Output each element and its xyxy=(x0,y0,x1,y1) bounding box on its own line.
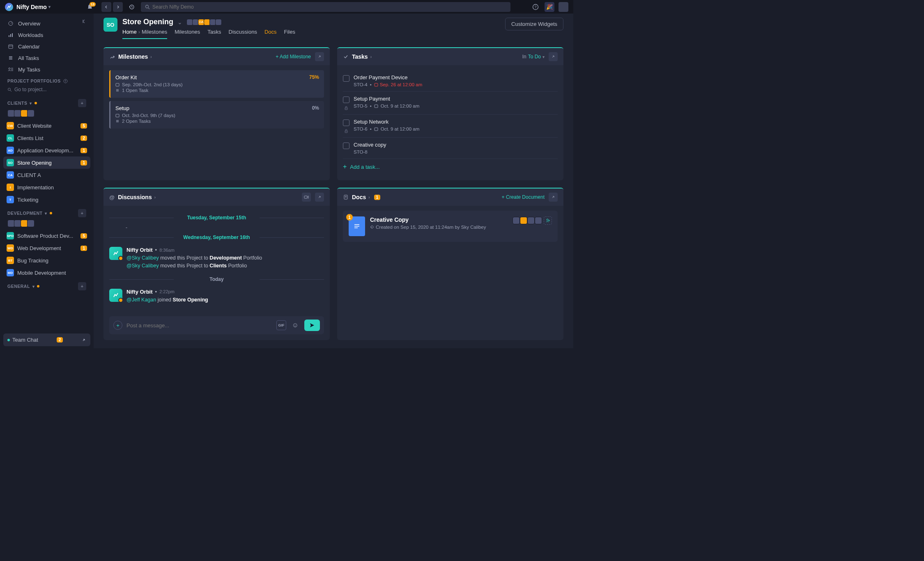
task-checkbox[interactable] xyxy=(343,97,349,103)
tasks-filter-dropdown[interactable]: In To Do ▾ xyxy=(522,54,545,60)
team-chat-card[interactable]: Team Chat 2 xyxy=(3,333,90,346)
project-item-md[interactable]: MDMobile Development xyxy=(3,267,90,279)
add-member-button[interactable] xyxy=(544,216,552,225)
project-item-cl[interactable]: CLClients List2 xyxy=(3,132,90,144)
create-document-button[interactable]: + Create Document xyxy=(502,194,545,200)
expand-icon xyxy=(81,338,86,343)
notifications-button[interactable]: 13 xyxy=(87,4,93,10)
search-input[interactable] xyxy=(152,4,506,10)
content-area: SO Store Opening ⌄ DA Home›MilestonesMil… xyxy=(94,14,573,348)
sidebar-item-all-tasks[interactable]: All Tasks xyxy=(3,52,90,64)
history-button[interactable] xyxy=(127,2,137,12)
task-checkbox[interactable] xyxy=(343,143,349,149)
project-abbr-icon: SPD xyxy=(7,232,14,239)
milestone-card[interactable]: Setup Oct. 3rd-Oct. 9th (7 days) 2 Open … xyxy=(109,101,324,129)
docs-title: Docs xyxy=(352,194,366,200)
project-item-t[interactable]: TTicketing xyxy=(3,193,90,206)
tab-discussions[interactable]: Discussions xyxy=(229,29,257,39)
add-project-button[interactable]: + xyxy=(78,99,86,107)
expand-panel-button[interactable] xyxy=(549,193,558,202)
task-checkbox[interactable] xyxy=(343,120,349,126)
discussions-title: Discussions xyxy=(118,194,152,200)
expand-panel-button[interactable] xyxy=(315,193,324,202)
milestone-card[interactable]: Order Kit Sep. 20th-Oct. 2nd (13 days) 1… xyxy=(109,70,324,98)
expand-panel-button[interactable] xyxy=(315,52,324,61)
emoji-button[interactable]: ☺ xyxy=(290,320,300,330)
sidebar-item-overview[interactable]: Overview xyxy=(3,18,90,29)
expand-panel-button[interactable] xyxy=(549,52,558,61)
sidebar-item-my-tasks[interactable]: My Tasks xyxy=(3,64,90,75)
add-project-button[interactable]: + xyxy=(78,282,86,290)
mention-icon: @ xyxy=(109,194,115,200)
task-row[interactable]: Creative copy STO-8 xyxy=(343,138,558,159)
section-members[interactable] xyxy=(3,219,90,230)
gif-button[interactable]: GIF xyxy=(276,320,286,330)
project-item-ad[interactable]: ADApplication Developm...1 xyxy=(3,144,90,156)
project-item-so[interactable]: SOStore Opening1 xyxy=(3,156,90,169)
project-name: Software Product Dev... xyxy=(17,233,73,239)
project-item-ca[interactable]: CACLIENT A xyxy=(3,169,90,181)
docs-count-badge: 1 xyxy=(374,195,381,200)
chevron-down-icon: ▾ xyxy=(32,284,35,289)
message-author: Nifty Orbit xyxy=(126,247,153,253)
task-row[interactable]: Setup Payment STO-5 • Oct. 9 at 12:00 am xyxy=(343,92,558,115)
status-dot-icon xyxy=(7,339,10,341)
tab-home[interactable]: Home›Milestones xyxy=(122,29,167,39)
help-button[interactable]: ? xyxy=(531,2,540,12)
project-members[interactable]: DA xyxy=(186,19,221,25)
tab-docs[interactable]: Docs xyxy=(264,29,277,39)
project-abbr-icon: AD xyxy=(7,147,14,154)
task-row[interactable]: Order Payment Device STO-4 • Sep. 26 at … xyxy=(343,70,558,92)
search-bar[interactable] xyxy=(141,2,510,12)
add-attachment-button[interactable]: + xyxy=(113,321,122,330)
project-dropdown-icon[interactable]: ⌄ xyxy=(177,19,182,25)
add-milestone-button[interactable]: + Add Milestone xyxy=(276,54,311,60)
project-item-spd[interactable]: SPDSoftware Product Dev...5 xyxy=(3,230,90,242)
workspace-dropdown[interactable]: Nifty Demo ▾ xyxy=(16,4,51,10)
message-author: Nifty Orbit xyxy=(126,289,153,295)
chevron-down-icon: ▾ xyxy=(45,211,47,216)
user-avatar[interactable] xyxy=(559,2,568,12)
tab-files[interactable]: Files xyxy=(284,29,295,39)
sidebar-item-workloads[interactable]: Workloads xyxy=(3,29,90,41)
user-mention[interactable]: @Jeff Kagan xyxy=(126,297,156,303)
send-button[interactable] xyxy=(304,320,320,331)
go-to-project-input[interactable]: Go to project... xyxy=(3,85,90,96)
project-abbr-icon: WD xyxy=(7,244,14,252)
message-input[interactable] xyxy=(126,322,272,329)
svg-point-9 xyxy=(9,68,10,69)
section-members[interactable] xyxy=(3,109,90,120)
project-abbr-icon: MD xyxy=(7,269,14,276)
sidebar-item-label: All Tasks xyxy=(18,55,39,61)
sidebar-section-development[interactable]: DEVELOPMENT▾+ xyxy=(3,206,90,219)
project-item-cw[interactable]: CWClient Website5 xyxy=(3,120,90,132)
project-item-bt[interactable]: BTBug Tracking xyxy=(3,254,90,267)
forward-button[interactable] xyxy=(113,2,123,12)
section-title: GENERAL xyxy=(7,284,30,289)
customize-widgets-button[interactable]: Customize Widgets xyxy=(505,18,563,30)
user-mention[interactable]: @Sky Calibey xyxy=(126,263,159,269)
add-project-button[interactable]: + xyxy=(78,209,86,217)
video-call-button[interactable] xyxy=(302,193,311,202)
discussion-message: Nifty Orbit•2:22pm @Jeff Kagan joined St… xyxy=(109,286,324,306)
tab-tasks[interactable]: Tasks xyxy=(207,29,221,39)
back-button[interactable] xyxy=(101,2,111,12)
project-abbr-icon: SO xyxy=(7,159,14,166)
sidebar-item-calendar[interactable]: Calendar xyxy=(3,41,90,52)
milestone-open-tasks: 1 Open Task xyxy=(122,88,148,93)
chevron-down-icon: ▾ xyxy=(30,101,32,106)
add-task-button[interactable]: +Add a task... xyxy=(343,159,558,175)
sidebar-section-clients[interactable]: CLIENTS▾+ xyxy=(3,96,90,109)
tab-milestones[interactable]: Milestones xyxy=(175,29,200,39)
user-mention[interactable]: @Sky Calibey xyxy=(126,255,159,261)
task-row[interactable]: Setup Network STO-6 • Oct. 9 at 12:00 am xyxy=(343,115,558,138)
collapse-sidebar-button[interactable] xyxy=(81,18,87,24)
document-card[interactable]: 1 Creative Copy Created on Sep 15, 2020 … xyxy=(343,211,558,242)
project-item-i[interactable]: IImplementation xyxy=(3,181,90,193)
task-checkbox[interactable] xyxy=(343,75,349,82)
sidebar-section-general[interactable]: GENERAL▾+ xyxy=(3,279,90,292)
project-name: Application Developm... xyxy=(17,147,74,154)
upgrade-button[interactable]: 🎉 xyxy=(545,2,554,12)
project-item-wd[interactable]: WDWeb Development1 xyxy=(3,242,90,254)
project-name: Ticketing xyxy=(17,197,39,203)
